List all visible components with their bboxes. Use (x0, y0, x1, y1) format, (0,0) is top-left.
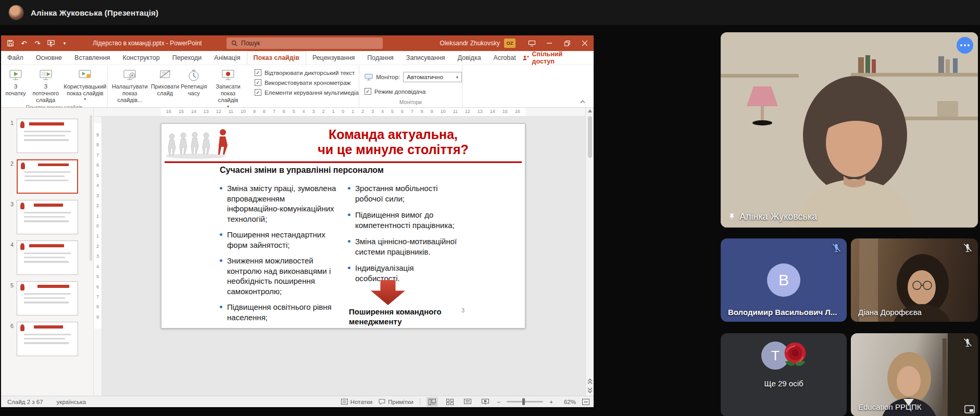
slide-title[interactable]: Команда актуальна, чи це минуле століття… (279, 127, 508, 157)
picture-in-picture-icon[interactable] (964, 405, 975, 413)
ribbon-tab[interactable]: Рецензування (306, 51, 361, 65)
slide-thumbnail-3[interactable] (17, 200, 78, 234)
ribbon-display-options-button[interactable] (523, 35, 541, 51)
video-tile-diana[interactable]: Діана Дорофєєва (851, 238, 978, 322)
account-name[interactable]: Oleksandr Zhukovsky (440, 40, 500, 47)
slide-bullet: Індивідуалізація особистості. (348, 263, 459, 283)
mic-muted-icon (962, 243, 973, 253)
previous-slide-button[interactable] (587, 378, 593, 384)
group-label: Монітори (359, 99, 462, 107)
monitor-select[interactable]: Автоматично ▾ (403, 72, 462, 82)
from-current-slide-button[interactable]: З поточного слайда (29, 66, 62, 104)
ribbon-tab[interactable]: Показ слайдів (247, 51, 306, 65)
slide-number: 5 (1, 281, 14, 288)
scrollbar-thumb[interactable] (588, 116, 592, 158)
set-up-slideshow-button[interactable]: Налаштувати показ слайдів... (109, 66, 150, 104)
slide-editing-area: 1615141312111098765432101234567891011121… (94, 108, 585, 396)
checkbox-checked: ✓ (255, 79, 261, 86)
close-button[interactable] (576, 35, 594, 51)
ribbon-tab[interactable]: Основне (30, 51, 68, 65)
video-tile-volodymyr[interactable]: В Володимир Васильович Л... (721, 238, 847, 322)
slide-number: 4 (1, 241, 14, 248)
ribbon-tab[interactable]: Анімація (208, 51, 246, 65)
customize-qat-caret-icon[interactable]: ▾ (60, 39, 69, 47)
slide-sorter-view-button[interactable] (444, 397, 456, 407)
ribbon-tab[interactable]: Файл (1, 51, 30, 65)
zoom-in-button[interactable]: + (549, 399, 553, 405)
zoom-slider[interactable] (507, 401, 543, 402)
ribbon-tab[interactable]: Вставлення (68, 51, 116, 65)
ribbon-checkbox[interactable]: ✓Використовувати хронометраж (255, 79, 359, 86)
account-badge[interactable]: OZ (504, 39, 516, 48)
slide-bullet: Поширення нестандартних форм зайнятості; (220, 230, 338, 250)
slide-bullet: Зниження можливостей контролю над викона… (220, 256, 338, 296)
share-icon (522, 55, 529, 61)
restore-button[interactable] (558, 35, 576, 51)
search-icon (231, 40, 237, 46)
undo-icon[interactable]: ↶ (20, 39, 28, 47)
reading-view-button[interactable] (462, 397, 473, 407)
video-tile-main-speaker[interactable]: Алінка Жуковська (721, 32, 978, 228)
ribbon-tab[interactable]: Переходи (166, 51, 208, 65)
more-participants-tile[interactable]: Т Ще 29 осіб (721, 333, 847, 416)
ribbon-checkbox[interactable]: ✓Елементи керування мультимедіа (255, 89, 359, 96)
slide-number: 3 (1, 200, 14, 207)
ribbon-tab[interactable]: Записування (400, 51, 451, 65)
panel-scrollbar[interactable] (90, 115, 92, 261)
custom-slideshow-button[interactable]: Користувацький показ слайдів ▾ (62, 66, 107, 102)
slide-thumbnail-1[interactable] (17, 119, 78, 153)
slide-thumbnail-6[interactable] (17, 322, 78, 356)
vertical-ruler[interactable]: 9876543210123456789 (94, 117, 102, 396)
monitor-icon (365, 73, 373, 81)
ribbon-tab[interactable]: Подання (361, 51, 399, 65)
dropdown-caret-icon: ▾ (84, 97, 86, 102)
scroll-up-icon[interactable] (588, 109, 592, 112)
comments-button[interactable]: Примітки (379, 399, 413, 405)
redo-icon[interactable]: ↷ (33, 39, 42, 47)
meet-top-bar: Алінка Жуковська (Презентація) (0, 0, 980, 25)
tile-options-button[interactable] (957, 37, 973, 54)
search-input[interactable]: Пошук (227, 37, 383, 49)
ribbon: З початку З поточного слайда Користуваць… (1, 65, 594, 108)
zoom-out-button[interactable]: − (497, 399, 501, 405)
start-slideshow-icon[interactable] (47, 39, 55, 47)
participant-name: Володимир Васильович Л... (728, 308, 837, 317)
ribbon-tab[interactable]: Acrobat (487, 51, 522, 65)
normal-view-button[interactable] (426, 397, 438, 407)
title-divider (165, 161, 522, 163)
save-icon[interactable] (6, 39, 15, 47)
slide-thumbnail-2[interactable] (17, 159, 78, 194)
from-beginning-button[interactable]: З початку (3, 66, 29, 97)
collapse-ribbon-button[interactable] (578, 98, 587, 105)
slide-canvas[interactable]: Команда актуальна, чи це минуле століття… (161, 123, 525, 329)
zoom-level[interactable]: 62% (559, 399, 576, 405)
vertical-scrollbar[interactable] (585, 108, 594, 396)
next-slide-button[interactable] (587, 387, 593, 394)
zoom-slider-thumb[interactable] (522, 398, 525, 405)
ribbon-group-monitors: Монітор: Автоматично ▾ ✓ Режим доповідач… (359, 65, 462, 107)
slide-bullet-columns[interactable]: Зміна змісту праці, зумовлена впроваджен… (220, 183, 459, 322)
share-button[interactable]: Спільний доступ (522, 51, 586, 65)
ribbon-tab[interactable]: Конструктор (116, 51, 166, 65)
hide-slide-button[interactable]: Приховати слайд (150, 66, 180, 97)
slideshow-view-button[interactable] (480, 397, 491, 407)
record-slideshow-button[interactable]: Записати показ слайдів ▾ (208, 66, 248, 109)
language-indicator[interactable]: українська (57, 399, 86, 405)
checkbox-checked: ✓ (255, 89, 261, 96)
video-tile-education[interactable]: Education РРЦПК (851, 333, 978, 416)
presenter-view-checkbox[interactable]: ✓ Режим доповідача (365, 88, 425, 95)
ribbon-checkbox[interactable]: ✓Відтворювати дикторський текст (255, 69, 359, 76)
fit-to-window-button[interactable] (582, 399, 589, 405)
slide-thumbnail-4[interactable] (17, 241, 78, 275)
participant-name: Діана Дорофєєва (858, 308, 922, 317)
arrow-caption[interactable]: Поширення командного менеджменту (349, 307, 461, 327)
set-up-slideshow-icon (123, 68, 136, 83)
minimize-button[interactable] (541, 35, 558, 51)
slide-thumbnail-5[interactable] (17, 281, 78, 316)
notes-button[interactable]: Нотатки (341, 399, 372, 405)
horizontal-ruler[interactable]: 1615141312111098765432101234567891011121… (94, 108, 585, 117)
rehearse-timings-button[interactable]: Репетиція часу (180, 66, 208, 97)
ribbon-tab[interactable]: Довідка (451, 51, 487, 65)
checkbox-checked: ✓ (365, 88, 371, 95)
slide-heading[interactable]: Сучасні зміни в управлінні персоналом (220, 166, 384, 175)
